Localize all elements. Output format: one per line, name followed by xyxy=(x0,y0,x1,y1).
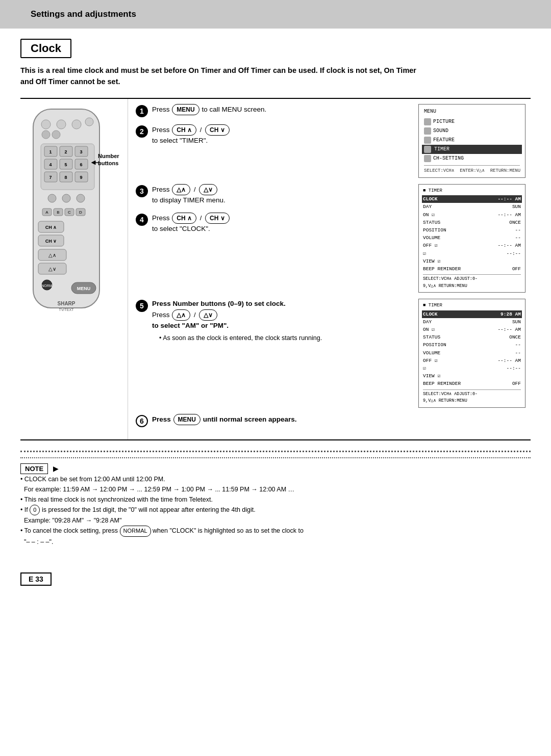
step1-press: Press xyxy=(152,106,171,113)
svg-text:4: 4 xyxy=(49,162,52,167)
number-buttons-label: Number buttons xyxy=(98,152,119,167)
svg-point-1 xyxy=(41,120,51,129)
steps-pair-1-2: 1 Press MENU to call MENU screen. 2 Pres… xyxy=(136,104,525,178)
dot-separator xyxy=(20,451,531,452)
menu-button[interactable]: MENU xyxy=(172,104,199,115)
step-number-3: 3 xyxy=(136,185,148,197)
tri-down-button-1[interactable]: △∨ xyxy=(199,184,217,195)
svg-point-2 xyxy=(57,120,66,129)
svg-text:2: 2 xyxy=(64,149,67,154)
steps-area: 1 Press MENU to call MENU screen. 2 Pres… xyxy=(128,99,531,439)
instruction-area: 1 2 3 4 5 6 7 8 9 xyxy=(20,98,531,440)
ch-up-button-1[interactable]: CH ∧ xyxy=(172,124,196,136)
tri-down-button-2[interactable]: △∨ xyxy=(199,309,217,321)
step4-press: Press xyxy=(152,214,171,222)
note-arrow: ▶ xyxy=(53,464,59,473)
note-item-4: • If 0 is pressed for the 1st digit, the… xyxy=(20,505,531,526)
step3-text: to display TIMER menu. xyxy=(152,196,226,204)
page-number: E 33 xyxy=(20,572,52,586)
step-number-1: 1 xyxy=(136,105,148,117)
step-4: 4 Press CH ∧ / CH ∨ to select "CLOCK". xyxy=(136,213,412,234)
svg-text:7: 7 xyxy=(49,175,52,180)
svg-text:5: 5 xyxy=(64,162,67,167)
svg-text:CH ∧: CH ∧ xyxy=(45,225,57,230)
svg-text:6: 6 xyxy=(80,162,82,167)
note-label: NOTE xyxy=(20,463,48,474)
svg-point-5 xyxy=(42,131,50,139)
step-number-5: 5 xyxy=(136,300,148,312)
step4-text: to select "CLOCK". xyxy=(152,225,210,232)
svg-point-28 xyxy=(62,194,70,202)
svg-point-3 xyxy=(72,120,81,129)
steps-pair-5: 5 Press Number buttons (0–9) to set cloc… xyxy=(136,299,525,407)
screen-3-block: ■ TIMER CLOCK9:28 AM DAYSUN ON ☑--:-- AM… xyxy=(418,299,525,407)
step5-bullet: As soon as the clock is entered, the clo… xyxy=(159,333,412,343)
screen-3: ■ TIMER CLOCK9:28 AM DAYSUN ON ☑--:-- AM… xyxy=(418,299,525,407)
step3-press: Press xyxy=(152,186,171,193)
remote-area: 1 2 3 4 5 6 7 8 9 xyxy=(20,99,128,439)
ch-down-button-1[interactable]: CH ∨ xyxy=(205,124,230,136)
step-number-4: 4 xyxy=(136,214,148,226)
svg-point-27 xyxy=(48,194,56,202)
step5-text1: Press Number buttons (0–9) to set clock. xyxy=(152,300,286,307)
note-item-5: • To cancel the clock setting, press NOR… xyxy=(20,526,531,547)
screen-2: ■ TIMER CLOCK--:-- AM DAYSUN ON ☑--:-- A… xyxy=(418,184,525,293)
remote-control-svg: 1 2 3 4 5 6 7 8 9 xyxy=(23,104,117,318)
svg-point-29 xyxy=(77,194,85,202)
clock-title-box: Clock xyxy=(20,39,71,58)
svg-text:SHARP: SHARP xyxy=(57,301,75,306)
note-section: NOTE ▶ • CLOCK can be set from 12:00 AM … xyxy=(20,457,531,547)
step5-text3: to select "AM" or "PM". xyxy=(152,322,229,329)
step-1: 1 Press MENU to call MENU screen. xyxy=(136,104,412,117)
note-item-3: • This real time clock is not synchroniz… xyxy=(20,494,531,505)
step-6: 6 Press MENU until normal screen appears… xyxy=(136,414,525,427)
svg-text:A: A xyxy=(45,210,48,215)
note-text: • CLOCK can be set from 12:00 AM until 1… xyxy=(20,474,531,547)
step6-press: Press xyxy=(152,415,173,423)
svg-text:△∧: △∧ xyxy=(48,252,56,258)
step-5: 5 Press Number buttons (0–9) to set cloc… xyxy=(136,299,412,343)
step5-press: Press xyxy=(152,311,171,319)
step-number-2: 2 xyxy=(136,125,148,138)
menu-button-2[interactable]: MENU xyxy=(173,414,201,425)
svg-text:MENU: MENU xyxy=(77,286,91,291)
svg-text:△∨: △∨ xyxy=(48,266,56,272)
svg-text:3: 3 xyxy=(80,149,82,154)
normal-button[interactable]: NORMAL xyxy=(120,526,151,537)
screen-1-block: MENU PICTURE SOUND FEATURE TIMER CH-SETT… xyxy=(418,104,525,178)
svg-text:1: 1 xyxy=(49,149,52,154)
header-title: Settings and adjustments xyxy=(31,9,531,19)
svg-text:D: D xyxy=(79,210,82,215)
intro-text: This is a real time clock and must be se… xyxy=(20,65,418,88)
screen-2-block: ■ TIMER CLOCK--:-- AM DAYSUN ON ☑--:-- A… xyxy=(418,184,525,293)
svg-text:C: C xyxy=(68,210,71,215)
svg-text:TV/TEXT: TV/TEXT xyxy=(59,308,74,311)
tri-up-button-2[interactable]: △∧ xyxy=(172,309,190,321)
svg-point-6 xyxy=(52,131,60,139)
steps-pair-3-4: 3 Press △∧ / △∨ to display TIMER menu. 4 xyxy=(136,184,525,293)
svg-point-4 xyxy=(85,118,93,126)
svg-text:NORM: NORM xyxy=(41,284,53,288)
step-3: 3 Press △∧ / △∨ to display TIMER menu. xyxy=(136,184,412,205)
svg-text:B: B xyxy=(57,210,59,215)
note-item-1: • CLOCK can be set from 12:00 AM until 1… xyxy=(20,474,531,484)
note-item-2: For example: 11:59 AM → 12:00 PM → ... 1… xyxy=(20,484,531,494)
step-number-6: 6 xyxy=(136,415,148,427)
svg-text:9: 9 xyxy=(80,175,82,180)
step2-press: Press xyxy=(152,126,171,134)
step-2: 2 Press CH ∧ / CH ∨ to select "TIMER". xyxy=(136,124,412,146)
ch-down-button-2[interactable]: CH ∨ xyxy=(205,213,230,224)
step2-text: to select "TIMER". xyxy=(152,137,208,144)
step6-text: until normal screen appears. xyxy=(203,415,297,423)
svg-text:8: 8 xyxy=(64,175,67,180)
screen-1: MENU PICTURE SOUND FEATURE TIMER CH-SETT… xyxy=(418,104,525,178)
ch-up-button-2[interactable]: CH ∧ xyxy=(172,213,196,224)
header-bar: Settings and adjustments xyxy=(0,0,551,29)
svg-text:CH ∨: CH ∨ xyxy=(45,239,57,244)
step1-text: to call MENU screen. xyxy=(202,106,266,113)
zero-button[interactable]: 0 xyxy=(30,505,40,516)
tri-up-button-1[interactable]: △∧ xyxy=(172,184,190,195)
